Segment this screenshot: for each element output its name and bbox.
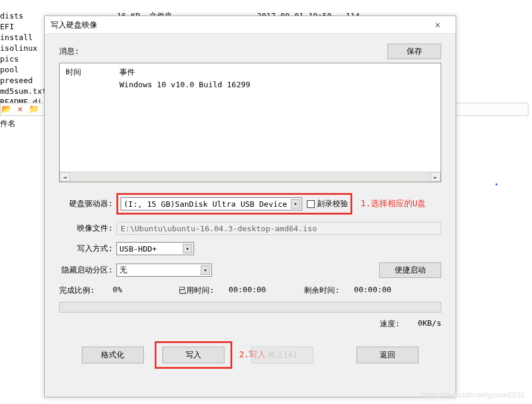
step1-highlight: (I:, 15 GB)SanDisk Ultra USB Device ▾ 刻录… <box>116 193 352 215</box>
scroll-left-icon[interactable]: ◄ <box>60 172 70 182</box>
speed-value: 0KB/s <box>418 319 441 329</box>
image-file-label: 映像文件: <box>59 223 116 234</box>
scroll-right-icon[interactable]: ► <box>430 172 441 182</box>
drive-value: (I:, 15 GB)SanDisk Ultra USB Device <box>124 200 287 209</box>
verify-checkbox-wrap[interactable]: 刻录校验 <box>307 198 348 209</box>
dialog-title: 写入硬盘映像 <box>51 20 426 30</box>
write-method-value: USB-HDD+ <box>119 244 157 253</box>
speed-label: 速度: <box>380 319 400 329</box>
chevron-down-icon[interactable]: ▾ <box>291 199 300 209</box>
titlebar: 写入硬盘映像 × <box>45 16 456 34</box>
image-file-field: E:\Ubuntu\ubuntu-16.04.3-desktop-amd64.i… <box>116 222 441 235</box>
file-row: preseed <box>0 76 33 85</box>
stop-button: 终止[A] <box>251 347 313 363</box>
chevron-down-icon[interactable]: ▾ <box>201 265 210 275</box>
elapsed-label: 已用时间: <box>179 285 214 296</box>
write-button[interactable]: 写入 <box>162 347 225 363</box>
write-method-label: 写入方式: <box>59 243 116 254</box>
folder-open-icon[interactable]: 📂 <box>1 104 11 114</box>
drive-label: 硬盘驱动器: <box>59 198 116 209</box>
save-button[interactable]: 保存 <box>388 44 441 59</box>
log-col-time: 时间 <box>66 67 119 78</box>
chevron-down-icon[interactable]: ▾ <box>183 244 192 253</box>
step2-highlight: 写入 <box>155 341 232 369</box>
horizontal-scrollbar[interactable]: ◄ ► <box>60 172 441 182</box>
annotation-step1: 1.选择相应的U盘 <box>361 198 426 209</box>
column-header: 件名 <box>0 118 16 129</box>
decorative-dot <box>496 183 497 185</box>
percent-label: 完成比例: <box>59 285 95 296</box>
message-label: 消息: <box>59 46 388 57</box>
hide-boot-value: 无 <box>119 265 127 276</box>
file-row: pics <box>0 54 19 63</box>
write-method-select[interactable]: USB-HDD+ ▾ <box>116 242 194 255</box>
log-col-event: 事件 <box>119 67 135 78</box>
back-button[interactable]: 返回 <box>356 347 419 363</box>
percent-value: 0% <box>113 285 122 296</box>
hide-boot-select[interactable]: 无 ▾ <box>116 264 212 277</box>
file-row: install <box>0 33 33 42</box>
toolbar-icons: 📂 ✕ 📁 <box>1 104 39 114</box>
file-row: pool <box>0 65 19 74</box>
log-time-cell <box>66 80 119 89</box>
file-row: md5sum.txt <box>0 87 47 96</box>
write-disk-image-dialog: 写入硬盘映像 × 消息: 保存 时间 事件 Windows 10 v10.0 B… <box>44 16 456 397</box>
verify-label: 刻录校验 <box>317 198 348 209</box>
format-button[interactable]: 格式化 <box>82 347 144 363</box>
file-row: EFI <box>0 22 14 31</box>
quick-boot-button[interactable]: 便捷启动 <box>379 262 441 278</box>
log-event-cell: Windows 10 v10.0 Build 16299 <box>119 80 250 89</box>
scroll-track[interactable] <box>70 172 430 182</box>
hide-boot-label: 隐藏启动分区: <box>59 265 116 276</box>
close-icon[interactable]: × <box>426 19 450 30</box>
verify-checkbox[interactable] <box>307 200 315 208</box>
progress-bar <box>59 302 441 313</box>
elapsed-value: 00:00:00 <box>229 285 266 296</box>
folder-icon[interactable]: 📁 <box>29 104 39 114</box>
log-listbox[interactable]: 时间 事件 Windows 10 v10.0 Build 16299 ◄ ► <box>59 63 441 182</box>
watermark: https://blog.csdn.net/gouxiu0231 <box>422 391 525 399</box>
delete-icon[interactable]: ✕ <box>17 104 22 114</box>
remain-label: 剩余时间: <box>304 285 340 296</box>
drive-select[interactable]: (I:, 15 GB)SanDisk Ultra USB Device ▾ <box>121 197 302 210</box>
file-row: isolinux <box>0 44 38 53</box>
remain-value: 00:00:00 <box>354 285 392 296</box>
